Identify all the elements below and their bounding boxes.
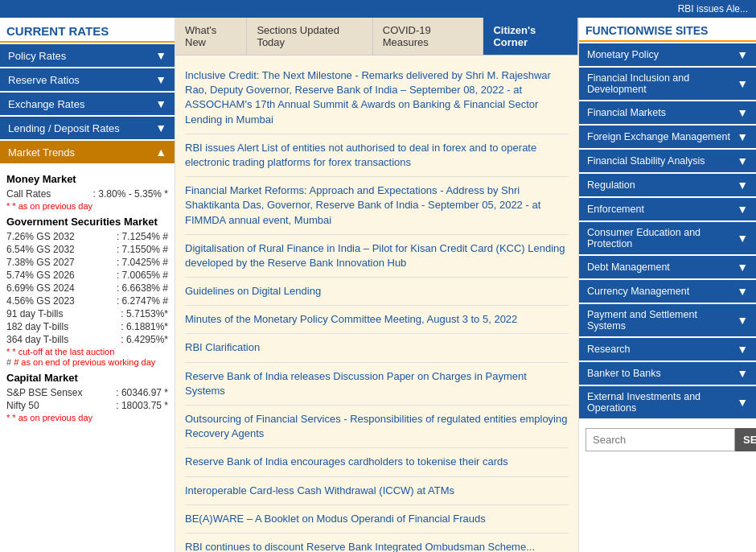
chevron-icon: ▼ xyxy=(737,48,748,61)
chevron-icon: ▼ xyxy=(737,314,748,327)
func-menu-item[interactable]: External Investments and Operations▼ xyxy=(579,386,756,418)
chevron-icon: ▲ xyxy=(155,146,166,159)
tab-item[interactable]: COVID-19 Measures xyxy=(373,18,484,55)
rate-label: Call Rates xyxy=(6,188,51,200)
func-menu-label: Payment and Settlement Systems xyxy=(587,309,737,332)
search-box: SEARCH xyxy=(585,428,750,451)
left-menu-item[interactable]: Exchange Rates▼ xyxy=(0,93,175,115)
func-menu-item[interactable]: Currency Management▼ xyxy=(579,280,756,303)
tbill-rows: 91 day T-bills: 5.7153%*182 day T-bills:… xyxy=(6,307,168,346)
tabs-row: What's NewSections Updated TodayCOVID-19… xyxy=(175,18,578,56)
chevron-icon: ▼ xyxy=(737,130,748,143)
rate-row: 364 day T-bills: 6.4295%* xyxy=(6,333,168,346)
news-item: Financial Market Reforms: Approach and E… xyxy=(185,177,569,235)
func-menu-item[interactable]: Payment and Settlement Systems▼ xyxy=(579,304,756,336)
rate-label: 364 day T-bills xyxy=(6,334,68,345)
chevron-icon: ▼ xyxy=(737,396,748,409)
search-button[interactable]: SEARCH xyxy=(735,428,756,451)
news-link[interactable]: RBI issues Alert List of entities not au… xyxy=(185,142,536,168)
rate-row: 7.26% GS 2032: 7.1254% # xyxy=(6,230,168,243)
rate-label: 5.74% GS 2026 xyxy=(6,270,75,281)
chevron-icon: ▼ xyxy=(155,97,166,110)
tab-item[interactable]: What's New xyxy=(175,18,247,55)
news-link[interactable]: Reserve Bank of India encourages cardhol… xyxy=(185,455,508,468)
chevron-icon: ▼ xyxy=(155,122,166,134)
tab-item[interactable]: Citizen's Corner xyxy=(483,18,578,55)
alert-bar: RBI issues Ale... xyxy=(0,0,756,18)
left-menu-item[interactable]: Market Trends▲ xyxy=(0,141,175,163)
search-input[interactable] xyxy=(585,428,735,451)
left-menu-item[interactable]: Reserve Ratios▼ xyxy=(0,68,175,91)
chevron-icon: ▼ xyxy=(737,367,748,380)
chevron-icon: ▼ xyxy=(737,179,748,192)
func-menu-item[interactable]: Banker to Banks▼ xyxy=(579,362,756,385)
news-link[interactable]: RBI Clarification xyxy=(185,341,260,353)
left-menu: Policy Rates▼Reserve Ratios▼Exchange Rat… xyxy=(0,44,175,163)
news-item: Interoperable Card-less Cash Withdrawal … xyxy=(185,477,569,505)
functionwise-title: FUNCTIONWISE SITES xyxy=(579,18,756,42)
func-menu-item[interactable]: Financial Inclusion and Development▼ xyxy=(579,68,756,100)
func-menu-item[interactable]: Enforcement▼ xyxy=(579,198,756,220)
menu-label: Market Trends xyxy=(8,146,75,159)
rate-row: 182 day T-bills: 6.1881%* xyxy=(6,320,168,333)
news-link[interactable]: Interoperable Card-less Cash Withdrawal … xyxy=(185,484,454,496)
func-menu-item[interactable]: Research▼ xyxy=(579,338,756,360)
rate-value: : 6.6638% # xyxy=(117,282,168,294)
rate-label: 7.26% GS 2032 xyxy=(6,231,75,242)
rate-label: 6.69% GS 2024 xyxy=(6,282,75,294)
rate-row: S&P BSE Sensex: 60346.97 * xyxy=(6,386,168,399)
news-link[interactable]: Guidelines on Digital Lending xyxy=(185,285,321,297)
func-menu-label: Debt Management xyxy=(587,262,670,273)
news-link[interactable]: Digitalisation of Rural Finance in India… xyxy=(185,242,565,269)
news-link[interactable]: BE(A)WARE – A Booklet on Modus Operandi … xyxy=(185,513,486,525)
func-menu-item[interactable]: Financial Stability Analysis▼ xyxy=(579,150,756,172)
capital-market-rows: S&P BSE Sensex: 60346.97 *Nifty 50: 1800… xyxy=(6,386,168,412)
left-menu-item[interactable]: Lending / Deposit Rates▼ xyxy=(0,117,175,139)
menu-label: Reserve Ratios xyxy=(8,74,80,86)
func-menu-label: External Investments and Operations xyxy=(587,391,737,414)
chevron-icon: ▼ xyxy=(737,261,748,274)
func-menu-label: Regulation xyxy=(587,179,635,191)
func-menu-label: Financial Inclusion and Development xyxy=(587,72,737,95)
chevron-icon: ▼ xyxy=(737,232,748,245)
menu-label: Exchange Rates xyxy=(8,98,84,110)
func-menu-item[interactable]: Monetary Policy▼ xyxy=(579,43,756,66)
func-menu-item[interactable]: Foreign Exchange Management▼ xyxy=(579,126,756,148)
menu-label: Lending / Deposit Rates xyxy=(8,122,120,134)
func-menu-label: Financial Stability Analysis xyxy=(587,155,705,167)
rate-row: 91 day T-bills: 5.7153%* xyxy=(6,307,168,320)
func-menu-item[interactable]: Consumer Education and Protection▼ xyxy=(579,222,756,254)
rate-label: 4.56% GS 2023 xyxy=(6,295,75,307)
func-menu-item[interactable]: Debt Management▼ xyxy=(579,256,756,278)
rate-label: 7.38% GS 2027 xyxy=(6,257,75,268)
news-link[interactable]: Minutes of the Monetary Policy Committee… xyxy=(185,313,517,325)
news-item: RBI continues to discount Reserve Bank I… xyxy=(185,533,569,552)
func-menu-label: Monetary Policy xyxy=(587,49,659,60)
rate-row: 4.56% GS 2023: 6.2747% # xyxy=(6,295,168,307)
news-link[interactable]: Inclusive Credit: The Next Milestone - R… xyxy=(185,69,551,126)
func-menu-label: Banker to Banks xyxy=(587,368,661,379)
news-link[interactable]: Financial Market Reforms: Approach and E… xyxy=(185,184,540,225)
chevron-icon: ▼ xyxy=(155,49,166,62)
rate-value: : 7.1254% # xyxy=(117,231,168,242)
news-link[interactable]: Outsourcing of Financial Services - Resp… xyxy=(185,413,567,439)
news-item: Reserve Bank of India encourages cardhol… xyxy=(185,448,569,476)
func-menu-item[interactable]: Regulation▼ xyxy=(579,174,756,196)
news-link[interactable]: Reserve Bank of India releases Discussio… xyxy=(185,370,527,397)
func-menu-item[interactable]: Financial Markets▼ xyxy=(579,101,756,124)
rate-label: 6.54% GS 2032 xyxy=(6,244,75,255)
rate-value: : 7.1550% # xyxy=(117,244,168,255)
menu-label: Policy Rates xyxy=(8,50,66,62)
func-menu-label: Foreign Exchange Management xyxy=(587,131,730,142)
current-rates-title: CURRENT RATES xyxy=(0,18,175,43)
rate-value: : 6.1881%* xyxy=(121,321,168,332)
chevron-icon: ▼ xyxy=(737,106,748,119)
govt-sec-title: Government Securities Market xyxy=(6,216,168,228)
left-menu-item[interactable]: Policy Rates▼ xyxy=(0,44,175,67)
chevron-icon: ▼ xyxy=(737,77,748,90)
chevron-icon: ▼ xyxy=(737,285,748,298)
tab-item[interactable]: Sections Updated Today xyxy=(247,18,372,55)
chevron-icon: ▼ xyxy=(155,73,166,86)
news-list: Inclusive Credit: The Next Milestone - R… xyxy=(175,56,578,552)
news-link[interactable]: RBI continues to discount Reserve Bank I… xyxy=(185,541,535,552)
